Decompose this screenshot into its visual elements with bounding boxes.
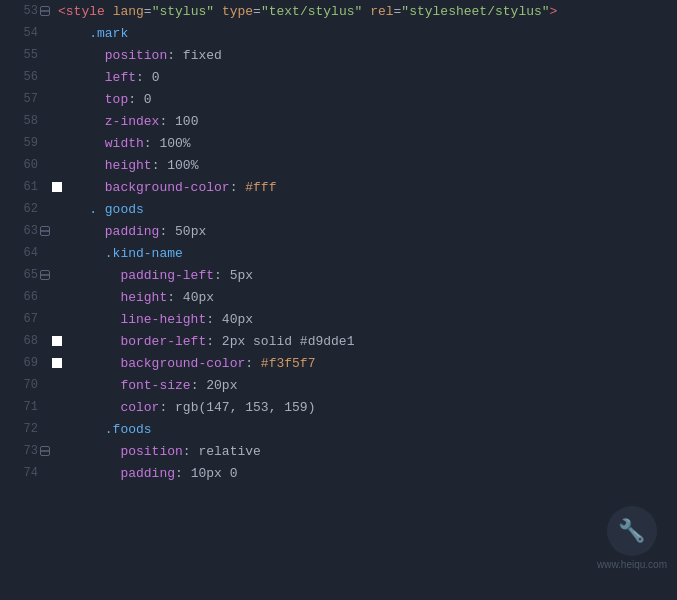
code-line: . goods [56, 198, 677, 220]
code-line: width: 100% [56, 132, 677, 154]
gutter-row: 59 [0, 132, 52, 154]
line-number: 70 [10, 374, 38, 396]
code-line: line-height: 40px [56, 308, 677, 330]
token: "stylus" [152, 4, 214, 19]
code-line: <style lang="stylus" type="text/stylus" … [56, 0, 677, 22]
token: : [214, 268, 230, 283]
line-number: 66 [10, 286, 38, 308]
gutter-row: 57 [0, 88, 52, 110]
token: : [159, 114, 175, 129]
token: : [175, 466, 191, 481]
token: background-color [58, 356, 245, 371]
token: : [152, 158, 168, 173]
line-number: 59 [10, 132, 38, 154]
gutter-row: 54 [0, 22, 52, 44]
token: : [128, 92, 144, 107]
code-line: font-size: 20px [56, 374, 677, 396]
token: .mark [58, 26, 128, 41]
fold-icon[interactable] [38, 6, 52, 16]
fold-icon[interactable] [38, 270, 52, 280]
token: 50px [175, 224, 206, 239]
token: "text/stylus" [261, 4, 362, 19]
token: height [58, 290, 167, 305]
token: . goods [58, 202, 144, 217]
token: width [58, 136, 144, 151]
token: : [191, 378, 207, 393]
token: : [167, 48, 183, 63]
line-number: 72 [10, 418, 38, 440]
code-line: .foods [56, 418, 677, 440]
line-number: 63 [10, 220, 38, 242]
token: rel [362, 4, 393, 19]
token: < [58, 4, 66, 19]
gutter-row: 70 [0, 374, 52, 396]
token: font-size [58, 378, 191, 393]
token: : [144, 136, 160, 151]
code-line: left: 0 [56, 66, 677, 88]
token: .kind-name [58, 246, 183, 261]
token: color [58, 400, 159, 415]
line-number: 60 [10, 154, 38, 176]
fold-icon[interactable] [38, 446, 52, 456]
line-number: 56 [10, 66, 38, 88]
token: padding [58, 466, 175, 481]
token: border-left [58, 334, 206, 349]
watermark: 🔧 www.heiqu.com [597, 506, 667, 570]
gutter-row: 56 [0, 66, 52, 88]
token: left [58, 70, 136, 85]
token: fixed [183, 48, 222, 63]
code-line: height: 40px [56, 286, 677, 308]
line-number: 74 [10, 462, 38, 484]
token: position [58, 48, 167, 63]
gutter-row: 64 [0, 242, 52, 264]
code-line: padding: 50px [56, 220, 677, 242]
code-line: padding: 10px 0 [56, 462, 677, 484]
gutter-row: 62 [0, 198, 52, 220]
bookmark-indicator [52, 336, 62, 346]
code-line: .kind-name [56, 242, 677, 264]
gutter-row: 66 [0, 286, 52, 308]
line-number: 64 [10, 242, 38, 264]
fold-icon[interactable] [38, 226, 52, 236]
gutter-row: 60 [0, 154, 52, 176]
watermark-site: www.heiqu.com [597, 559, 667, 570]
token: z-index [58, 114, 159, 129]
token: line-height [58, 312, 206, 327]
token: : [245, 356, 261, 371]
token: 40px [222, 312, 253, 327]
token: #fff [245, 180, 276, 195]
watermark-icon: 🔧 [607, 506, 657, 556]
token: 40px [183, 290, 214, 305]
token: 0 [152, 70, 160, 85]
code-line: background-color: #f3f5f7 [56, 352, 677, 374]
gutter-row: 71 [0, 396, 52, 418]
token: relative [198, 444, 260, 459]
token: background-color [58, 180, 230, 195]
code-line: border-left: 2px solid #d9dde1 [56, 330, 677, 352]
line-number: 57 [10, 88, 38, 110]
token: : [167, 290, 183, 305]
gutter-row: 65 [0, 264, 52, 286]
gutter-row: 69 [0, 352, 52, 374]
code-line: background-color: #fff [56, 176, 677, 198]
gutter-row: 73 [0, 440, 52, 462]
token: rgb(147, 153, 159) [175, 400, 315, 415]
token: 10px 0 [191, 466, 238, 481]
gutter-row: 68 [0, 330, 52, 352]
token: "stylesheet/stylus" [401, 4, 549, 19]
token: : [230, 180, 246, 195]
token: top [58, 92, 128, 107]
token: 20px [206, 378, 237, 393]
gutter-row: 53 [0, 0, 52, 22]
token: : [206, 312, 222, 327]
token: = [253, 4, 261, 19]
gutter-row: 58 [0, 110, 52, 132]
token: lang [105, 4, 144, 19]
token: = [144, 4, 152, 19]
line-number: 69 [10, 352, 38, 374]
editor-container: 5354555657585960616263646566676869707172… [0, 0, 677, 600]
gutter-row: 63 [0, 220, 52, 242]
code-line: z-index: 100 [56, 110, 677, 132]
token: position [58, 444, 183, 459]
token: : [159, 400, 175, 415]
